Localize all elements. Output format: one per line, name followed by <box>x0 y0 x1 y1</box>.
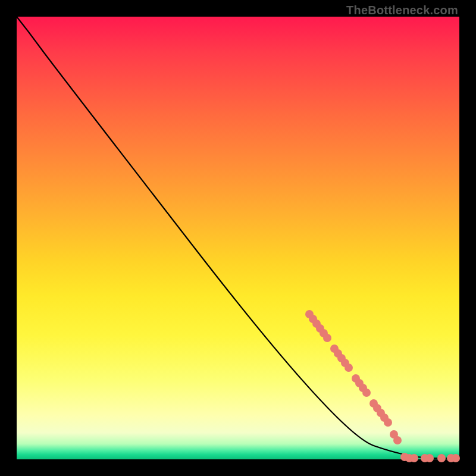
watermark-label: TheBottleneck.com <box>346 4 458 17</box>
plot-area <box>17 17 459 459</box>
marker-point <box>452 454 460 462</box>
bottleneck-curve <box>17 17 459 458</box>
marker-point <box>323 334 331 342</box>
marker-point <box>345 364 353 372</box>
marker-point <box>425 454 434 462</box>
marker-point <box>362 389 371 397</box>
chart-svg <box>17 17 459 459</box>
marker-point <box>410 454 418 462</box>
marker-point <box>393 436 402 444</box>
marker-point <box>384 418 392 427</box>
marker-layer <box>305 310 460 462</box>
chart-frame: TheBottleneck.com <box>0 0 476 476</box>
marker-point <box>437 454 446 462</box>
